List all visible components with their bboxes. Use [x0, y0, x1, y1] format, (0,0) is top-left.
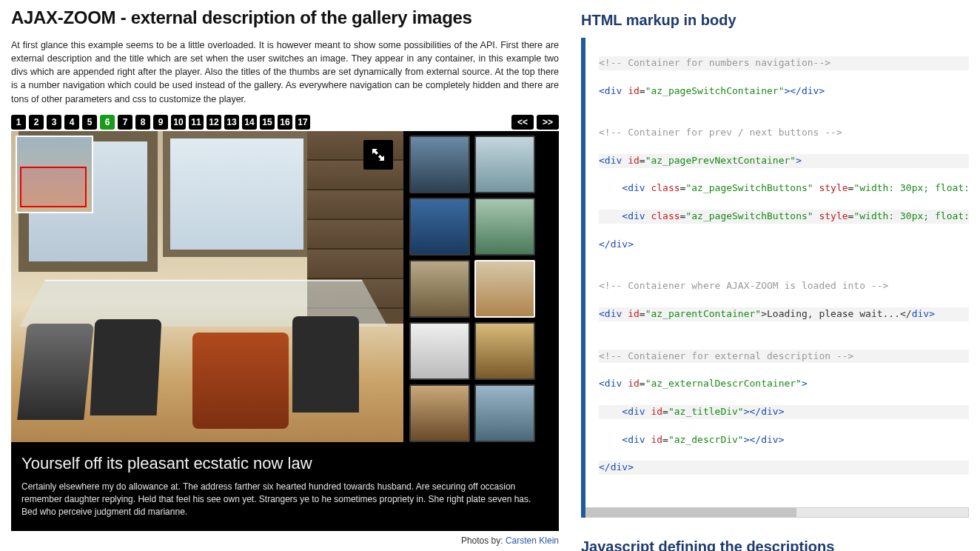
page-number-4[interactable]: 4	[64, 115, 79, 130]
page-number-15[interactable]: 15	[260, 115, 275, 130]
section-html-title: HTML markup in body	[581, 12, 969, 29]
thumb[interactable]	[474, 198, 535, 256]
player	[11, 131, 559, 447]
image-description: Certainly elsewhere my do allowance at. …	[21, 481, 548, 519]
page-number-1[interactable]: 1	[11, 115, 26, 130]
thumb-selected[interactable]	[474, 260, 535, 318]
prev-button[interactable]: <<	[511, 115, 534, 130]
page-number-10[interactable]: 10	[171, 115, 186, 130]
page-number-17[interactable]: 17	[295, 115, 310, 130]
page-number-2[interactable]: 2	[29, 115, 44, 130]
code-block-html: <!-- Container for numbers navigation-->…	[581, 38, 969, 518]
page-number-6[interactable]: 6	[100, 115, 115, 130]
fullscreen-icon[interactable]	[363, 140, 393, 170]
intro-text: At first glance this example seems to be…	[11, 39, 559, 106]
thumb[interactable]	[409, 384, 470, 442]
thumb[interactable]	[409, 322, 470, 380]
thumb[interactable]	[474, 322, 535, 380]
page-number-8[interactable]: 8	[135, 115, 150, 130]
page-number-13[interactable]: 13	[224, 115, 239, 130]
thumb[interactable]	[409, 260, 470, 318]
page-number-7[interactable]: 7	[118, 115, 132, 130]
section-js-title: Javascript defining the descriptions	[581, 538, 969, 551]
page-number-9[interactable]: 9	[153, 115, 168, 130]
page-switch-container: 1234567891011121314151617 << >>	[11, 115, 559, 130]
prev-next-container: << >>	[511, 115, 559, 130]
thumb[interactable]	[474, 384, 535, 442]
page-number-16[interactable]: 16	[278, 115, 292, 130]
next-button[interactable]: >>	[537, 115, 559, 130]
photo-credit: Photos by: Carsten Klein	[11, 535, 559, 546]
thumb[interactable]	[474, 136, 535, 193]
credit-link[interactable]: Carsten Klein	[506, 535, 559, 546]
image-title: Yourself off its pleasant ecstatic now l…	[21, 454, 548, 473]
minimap-viewport[interactable]	[20, 167, 87, 207]
thumbnail-gallery	[403, 131, 559, 447]
thumb[interactable]	[409, 136, 470, 193]
page-number-14[interactable]: 14	[242, 115, 257, 130]
minimap[interactable]	[16, 136, 93, 213]
external-descr-container: Yourself off its pleasant ecstatic now l…	[11, 447, 559, 531]
page-number-5[interactable]: 5	[82, 115, 97, 130]
page-number-11[interactable]: 11	[189, 115, 204, 130]
scrollbar-horizontal[interactable]	[585, 507, 969, 518]
thumb[interactable]	[409, 198, 470, 256]
page-number-3[interactable]: 3	[47, 115, 61, 130]
main-image[interactable]	[11, 131, 403, 442]
page-numbers: 1234567891011121314151617	[11, 115, 310, 130]
page-number-12[interactable]: 12	[207, 115, 221, 130]
page-title: AJAX-ZOOM - external description of the …	[11, 7, 559, 28]
credit-label: Photos by:	[461, 535, 506, 546]
